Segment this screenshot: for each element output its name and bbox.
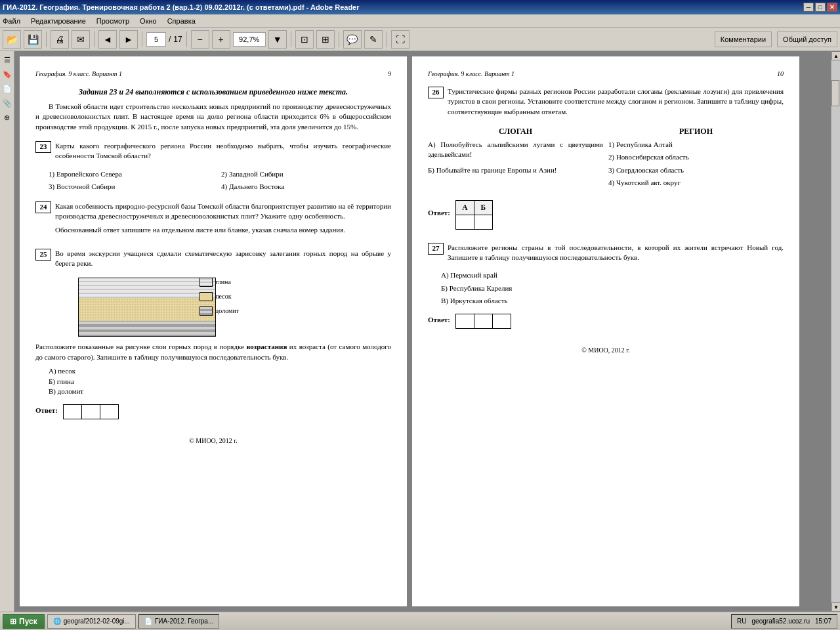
legend-sand-box bbox=[200, 292, 213, 301]
menu-view[interactable]: Просмотр bbox=[96, 17, 129, 25]
slogan-b: Б) Побывайте на границе Европы и Азии! bbox=[428, 165, 603, 175]
toolbar-right: Комментарии Общий доступ bbox=[715, 32, 837, 47]
task-26-answer-label: Ответ: bbox=[428, 208, 450, 218]
fullscreen-button[interactable]: ⛶ bbox=[391, 30, 410, 49]
zoom-dropdown-button[interactable]: ▼ bbox=[268, 30, 287, 49]
answer-cell-2[interactable] bbox=[81, 405, 100, 419]
sidebar-hand-tool[interactable]: ☰ bbox=[1, 54, 13, 66]
answer27-cell-1[interactable] bbox=[455, 314, 474, 329]
main-content-area[interactable]: География. 9 класс. Вариант 1 9 Задания … bbox=[14, 51, 831, 612]
taskbar-right-area: RU geografia52.ucoz.ru 15:07 bbox=[731, 614, 837, 629]
zoom-in-button[interactable]: + bbox=[212, 30, 230, 49]
zoom-input[interactable] bbox=[233, 32, 266, 47]
windows-logo-icon: ⊞ bbox=[10, 617, 16, 626]
task-27-answer-label: Ответ: bbox=[428, 315, 450, 325]
task-27-opt-b: Б) Республика Карелия bbox=[441, 284, 784, 293]
answer26-header-b: Б bbox=[474, 200, 492, 215]
fit-width-button[interactable]: ⊞ bbox=[316, 30, 335, 49]
close-button[interactable]: ✕ bbox=[827, 3, 837, 12]
task-23-opt1: 1) Европейского Севера bbox=[49, 169, 219, 179]
rock-layer-dolomite bbox=[79, 321, 215, 337]
scroll-thumb[interactable] bbox=[831, 80, 839, 106]
right-header-text: География. 9 класс. Вариант 1 bbox=[428, 70, 514, 79]
answer-cell-1[interactable] bbox=[63, 405, 81, 419]
back-button[interactable]: ◄ bbox=[98, 30, 117, 49]
rock-layer-sand bbox=[79, 298, 215, 321]
open-button[interactable]: 📂 bbox=[3, 30, 21, 49]
task-25-header: 25 Во время экскурсии учащиеся сделали с… bbox=[35, 249, 391, 273]
forward-button[interactable]: ► bbox=[119, 30, 138, 49]
answer27-cell-3[interactable] bbox=[492, 314, 511, 329]
task-25-answer-row: Ответ: bbox=[35, 400, 391, 423]
comment-button[interactable]: 💬 bbox=[343, 30, 362, 49]
left-page-header: География. 9 класс. Вариант 1 9 bbox=[35, 70, 391, 79]
legend-clay-label: глина bbox=[215, 278, 231, 287]
region-4: 4) Чукотский авт. округ bbox=[608, 178, 784, 188]
save-button[interactable]: 💾 bbox=[24, 30, 42, 49]
slogan-region-table: СЛОГАН А) Полюбуйтесь альпийскими лугами… bbox=[428, 126, 784, 190]
right-copyright: © МИОО, 2012 г. bbox=[428, 346, 784, 355]
menu-window[interactable]: Окно bbox=[140, 17, 157, 25]
page-input[interactable] bbox=[146, 32, 166, 47]
legend-sand-label: песок bbox=[215, 292, 231, 301]
sidebar-bookmark[interactable]: 🔖 bbox=[1, 68, 13, 80]
taskbar-lang: RU bbox=[737, 618, 746, 625]
rock-diagram-container: глина песок доломит bbox=[35, 278, 259, 337]
task-25-opt-b: Б) глина bbox=[49, 377, 391, 387]
menu-file[interactable]: Файл bbox=[3, 17, 20, 25]
print-button[interactable]: 🖨 bbox=[51, 30, 69, 49]
window-controls: ─ □ ✕ bbox=[803, 3, 837, 12]
draw-button[interactable]: ✎ bbox=[364, 30, 383, 49]
start-button[interactable]: ⊞ Пуск bbox=[3, 614, 45, 629]
task-25-num: 25 bbox=[35, 249, 51, 261]
legend-dolomite-item: доломит bbox=[200, 306, 239, 316]
task-26-answer-row: Ответ: А Б bbox=[428, 196, 784, 234]
rock-layer-clay bbox=[79, 278, 215, 298]
scroll-down-button[interactable]: ▼ bbox=[831, 602, 840, 612]
task-27-answer-table bbox=[455, 314, 511, 329]
toolbar-separator-6 bbox=[339, 32, 339, 47]
page-total: 17 bbox=[173, 35, 182, 44]
maximize-button[interactable]: □ bbox=[815, 3, 826, 12]
task-23-opt3: 3) Восточной Сибири bbox=[49, 182, 219, 192]
sidebar-pages[interactable]: 📄 bbox=[1, 83, 13, 94]
toolbar-separator-1 bbox=[46, 32, 47, 47]
answer26-cell-b[interactable] bbox=[474, 215, 492, 229]
task-26-num: 26 bbox=[428, 87, 444, 98]
scroll-track[interactable] bbox=[831, 60, 840, 602]
region-1: 1) Республика Алтай bbox=[608, 140, 784, 150]
zoom-out-button[interactable]: − bbox=[191, 30, 209, 49]
task-27-num: 27 bbox=[428, 243, 444, 255]
share-button[interactable]: Общий доступ bbox=[777, 32, 837, 47]
rock-legend: глина песок доломит bbox=[200, 278, 239, 316]
task-26-answer-table: А Б bbox=[455, 200, 493, 230]
legend-dolomite-label: доломит bbox=[215, 306, 239, 316]
scroll-up-button[interactable]: ▲ bbox=[831, 51, 840, 60]
answer-cell-3[interactable] bbox=[100, 405, 118, 419]
taskbar-item-2[interactable]: 📄 ГИА-2012. Геогра... bbox=[138, 614, 219, 629]
taskbar-item-1[interactable]: 🌐 geograf2012-02-09gi... bbox=[47, 614, 136, 629]
minimize-button[interactable]: ─ bbox=[803, 3, 814, 12]
menu-edit[interactable]: Редактирование bbox=[31, 17, 86, 25]
fit-page-button[interactable]: ⊡ bbox=[295, 30, 314, 49]
menu-help[interactable]: Справка bbox=[167, 17, 196, 25]
menu-bar: Файл Редактирование Просмотр Окно Справк… bbox=[0, 14, 840, 28]
intro-block: Задания 23 и 24 выполняются с использова… bbox=[35, 87, 391, 132]
toolbar-separator-5 bbox=[291, 32, 291, 47]
region-2: 2) Новосибирская область bbox=[608, 152, 784, 162]
pdf-container: География. 9 класс. Вариант 1 9 Задания … bbox=[14, 51, 831, 612]
answer26-cell-a[interactable] bbox=[455, 215, 474, 229]
sidebar-layers[interactable]: ⊕ bbox=[1, 112, 13, 123]
task-25-options: А) песок Б) глина В) доломит bbox=[49, 366, 391, 396]
left-sidebar: ☰ 🔖 📄 📎 ⊕ bbox=[0, 51, 14, 612]
left-header-text: География. 9 класс. Вариант 1 bbox=[35, 70, 122, 79]
page-separator: / bbox=[169, 35, 171, 44]
answer27-cell-2[interactable] bbox=[474, 314, 492, 329]
task-27-options: А) Пермский край Б) Республика Карелия В… bbox=[441, 270, 784, 306]
pdf-page-left: География. 9 класс. Вариант 1 9 Задания … bbox=[20, 56, 407, 606]
email-button[interactable]: ✉ bbox=[72, 30, 90, 49]
sidebar-attachments[interactable]: 📎 bbox=[1, 97, 13, 109]
task-26-header: 26 Туристические фирмы разных регионов Р… bbox=[428, 87, 784, 121]
taskbar-website: geografia52.ucoz.ru bbox=[752, 618, 810, 625]
comments-panel-button[interactable]: Комментарии bbox=[715, 32, 772, 47]
